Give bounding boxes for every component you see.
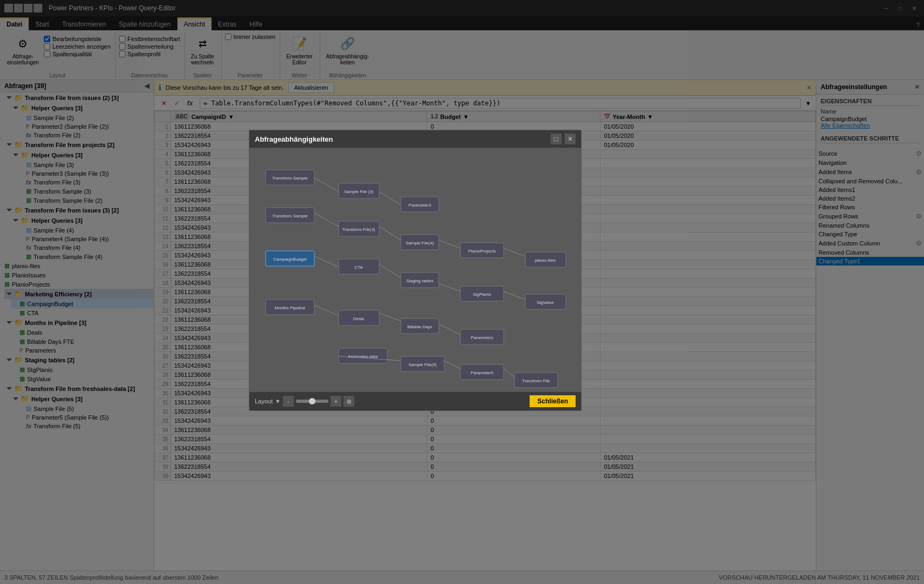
zoom-minus-btn[interactable]: -: [283, 396, 294, 407]
svg-text:Transform File(3): Transform File(3): [342, 227, 375, 232]
svg-text:Transform Sample: Transform Sample: [272, 214, 308, 218]
dependency-diagram: Transform Sample Sample File (3) Paramet…: [249, 148, 574, 391]
svg-text:Sample File(4): Sample File(4): [406, 241, 434, 245]
layout-label: Layout: [255, 398, 273, 404]
modal-content: Transform Sample Sample File (3) Paramet…: [249, 148, 581, 391]
svg-text:CTA: CTA: [354, 265, 363, 270]
svg-text:CampaignBudget: CampaignBudget: [273, 257, 307, 262]
fit-btn[interactable]: ⊞: [344, 396, 354, 407]
svg-text:StgPlanio: StgPlanio: [473, 292, 492, 297]
svg-text:Parameter5: Parameter5: [471, 370, 493, 375]
modal-close-btn[interactable]: ✕: [565, 134, 576, 144]
svg-text:StgValue: StgValue: [537, 300, 554, 305]
svg-text:PlanioProjects: PlanioProjects: [468, 249, 496, 254]
svg-text:Sample File (3): Sample File (3): [344, 189, 374, 194]
modal-footer: Layout ▼ - + ⊞ Schließen: [249, 391, 581, 410]
svg-text:Parameters: Parameters: [471, 335, 493, 340]
modal-overlay: Abfrageabhängigkeiten □ ✕: [0, 0, 924, 584]
modal-header: Abfrageabhängigkeiten □ ✕: [249, 130, 581, 148]
modal-restore-btn[interactable]: □: [551, 134, 562, 144]
svg-text:Parameter3: Parameter3: [408, 203, 431, 208]
svg-text:Transform Sample: Transform Sample: [272, 176, 308, 181]
svg-text:Deals: Deals: [353, 316, 364, 321]
layout-dropdown-icon[interactable]: ▼: [275, 398, 281, 404]
svg-text:Billable Days: Billable Days: [407, 324, 432, 329]
schliessen-btn[interactable]: Schließen: [530, 395, 576, 407]
layout-control: Layout ▼ - + ⊞: [255, 396, 354, 407]
zoom-plus-btn[interactable]: +: [331, 396, 341, 407]
svg-text:Months Pipeline: Months Pipeline: [275, 306, 306, 310]
abfrageabhaengigkeiten-modal: Abfrageabhängigkeiten □ ✕: [249, 130, 582, 411]
svg-text:Transform File: Transform File: [522, 379, 550, 383]
svg-text:Sample File(5): Sample File(5): [408, 362, 437, 367]
zoom-handle[interactable]: [309, 398, 315, 404]
svg-text:Staging tables: Staging tables: [406, 278, 434, 283]
modal-title: Abfrageabhängigkeiten: [255, 135, 333, 143]
zoom-bar: [296, 400, 328, 403]
svg-text:planio-files: planio-files: [535, 258, 556, 263]
